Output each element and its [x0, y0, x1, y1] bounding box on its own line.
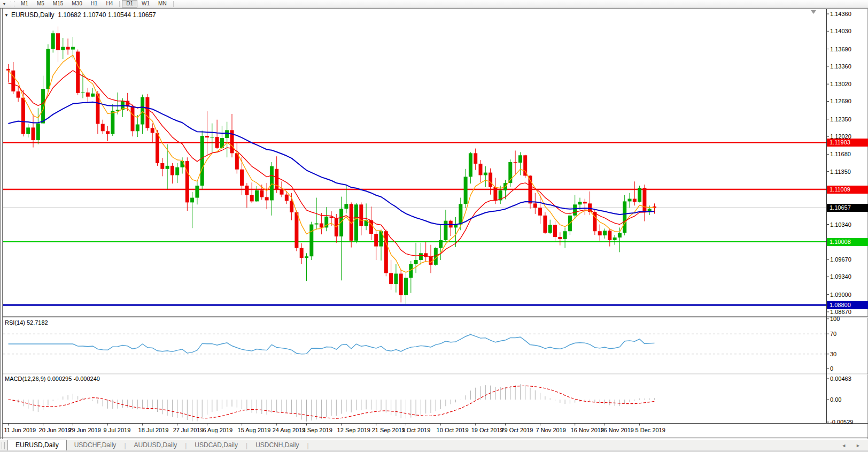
chart-tab-bar: EURUSD,DailyUSDCHF,Daily|AUDUSD,Daily|US…	[0, 439, 868, 451]
chart-dropdown-button[interactable]: ▼	[0, 2, 9, 6]
chart-ohlc-values: 1.10682 1.10740 1.10544 1.10657	[58, 11, 156, 19]
date-label: 6 Aug 2019	[203, 426, 233, 434]
date-label: 20 Jun 2019	[39, 426, 72, 434]
timeframe-button-h4[interactable]: H4	[102, 0, 118, 7]
timeframe-button-d1[interactable]: D1	[122, 0, 137, 7]
date-label: 11 Jun 2019	[4, 426, 36, 434]
tab-separator: |	[306, 442, 309, 449]
date-label: 1 Oct 2019	[402, 426, 431, 434]
terminal-stage: ▼ M1M5M15M30H1H4D1W1MN ▼EURUSD,Daily 1.1…	[0, 0, 868, 452]
date-label: 26 Nov 2019	[601, 426, 634, 434]
date-label: 15 Aug 2019	[238, 426, 271, 434]
macd-tick-label: -0.00529	[830, 418, 853, 426]
timeframe-button-mn[interactable]: MN	[154, 0, 171, 7]
timeframe-button-m1[interactable]: M1	[17, 0, 33, 7]
date-label: 29 Oct 2019	[501, 426, 533, 434]
price-tick-label: 1.08670	[830, 308, 851, 316]
price-tick-label: 1.09670	[830, 256, 851, 263]
date-label: 24 Aug 2019	[273, 426, 306, 434]
price-tick-label: 1.09340	[830, 273, 851, 280]
date-label: 21 Sep 2019	[372, 426, 405, 434]
date-label: 18 Jul 2019	[138, 426, 169, 434]
macd-tick-label: 0.00463	[830, 375, 851, 382]
rsi-tick-label: 30	[830, 350, 836, 358]
price-tick-label: 1.13360	[830, 63, 851, 70]
chart-title: ▼EURUSD,Daily 1.10682 1.10740 1.10544 1.…	[4, 11, 156, 19]
price-tag: 1.10657	[827, 204, 868, 212]
price-tag: 1.10008	[827, 238, 868, 246]
tab-bar-grip-handle[interactable]	[2, 442, 5, 449]
macd-indicator-label: MACD(12,26,9) 0.000295 -0.000240	[5, 376, 100, 382]
chevron-down-icon: ▼	[4, 13, 9, 18]
timeframe-button-w1[interactable]: W1	[137, 0, 154, 7]
chevron-down-icon: ▼	[3, 2, 6, 6]
price-tag: 1.08800	[827, 301, 868, 309]
price-tick-label: 1.13020	[830, 80, 851, 88]
price-tick-label: 1.12690	[830, 97, 851, 105]
chart-tab-usdcad[interactable]: USDCAD,Daily	[187, 440, 245, 450]
timeframe-button-m15[interactable]: M15	[49, 0, 67, 7]
price-tick-label: 1.13690	[830, 45, 851, 53]
toolbar-grip-handle[interactable]	[11, 1, 14, 6]
price-tick-label: 1.11680	[830, 150, 851, 158]
tab-scroll-left-icon[interactable]: ◄	[841, 443, 846, 448]
chart-tab-usdcnh[interactable]: USDCNH,Daily	[248, 440, 306, 450]
price-tag: 1.11009	[827, 186, 868, 194]
timeframe-button-m30[interactable]: M30	[67, 0, 86, 7]
timeframe-button-h1[interactable]: H1	[87, 0, 102, 7]
macd-tick-label: 0.00	[830, 396, 841, 403]
rsi-tick-label: 0	[830, 365, 833, 372]
date-label: 3 Sep 2019	[303, 426, 332, 434]
tab-scroll-right-icon[interactable]: ►	[856, 443, 861, 448]
price-tick-label: 1.14360	[830, 10, 851, 18]
chart-canvas[interactable]	[0, 0, 868, 452]
date-label: 19 Oct 2019	[471, 426, 503, 434]
timeframe-button-m5[interactable]: M5	[33, 0, 49, 7]
date-label: 7 Nov 2019	[536, 426, 566, 434]
price-tag: 1.11903	[827, 139, 868, 147]
date-label: 27 Jul 2019	[173, 426, 204, 434]
price-tick-label: 1.12350	[830, 116, 851, 123]
date-label: 5 Dec 2019	[636, 426, 665, 434]
tab-scroll-controls: ◄►	[841, 443, 861, 448]
chart-tab-eurusd[interactable]: EURUSD,Daily	[7, 440, 67, 451]
date-label: 12 Sep 2019	[337, 426, 370, 434]
date-label: 29 Jun 2019	[68, 426, 101, 434]
price-tick-label: 1.09000	[830, 291, 851, 298]
toolbar-separator	[173, 1, 174, 7]
price-tick-label: 1.11350	[830, 168, 851, 175]
chart-tab-usdchf[interactable]: USDCHF,Daily	[67, 440, 124, 450]
price-tick-label: 1.14030	[830, 27, 851, 35]
timeframe-toolbar: ▼ M1M5M15M30H1H4D1W1MN	[0, 0, 868, 8]
toolbar-separator	[119, 1, 120, 7]
rsi-tick-label: 70	[830, 330, 836, 338]
price-tick-label: 1.10340	[830, 221, 851, 228]
date-label: 10 Oct 2019	[437, 426, 469, 434]
date-label: 9 Jul 2019	[104, 426, 131, 434]
rsi-tick-label: 100	[830, 315, 840, 323]
chart-tab-audusd[interactable]: AUDUSD,Daily	[127, 440, 185, 450]
date-label: 16 Nov 2019	[571, 426, 604, 434]
chart-symbol-period: EURUSD,Daily	[11, 11, 55, 19]
rsi-indicator-label: RSI(14) 52.7182	[5, 319, 48, 326]
